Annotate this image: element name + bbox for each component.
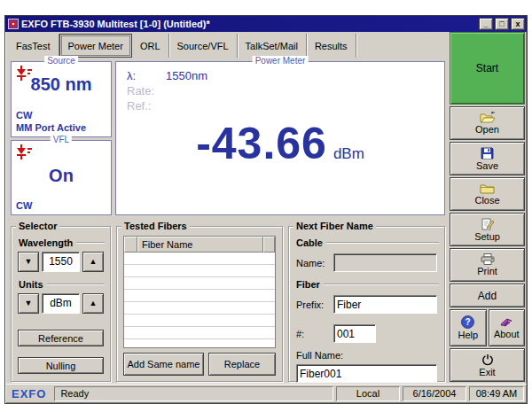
tab-results[interactable]: Results (307, 34, 356, 58)
top-row: Source 850 nm CW MM Port A (11, 61, 445, 215)
full-name-row (296, 364, 437, 383)
next-fiber-name-group: Next Fiber Name Cable Name: Fiber (288, 226, 445, 382)
selector-group: Selector Wavelength ▼ 1550 ▲ Units (11, 226, 111, 382)
save-button[interactable]: Save (450, 142, 525, 175)
replace-button[interactable]: Replace (208, 353, 276, 376)
vfl-panel: VFL On CW (11, 140, 112, 216)
fiber-label-row: Fiber (296, 279, 439, 290)
body-row: FasTest Power Meter ORL Source/VFL TalkS… (5, 32, 527, 384)
setup-button[interactable]: Setup (450, 213, 525, 246)
power-reading-value: -43.66 (196, 118, 327, 169)
wavelength-spinner: ▼ 1550 ▲ (18, 252, 104, 272)
tab-fastest[interactable]: FasTest (8, 34, 59, 58)
source-mode: CW (16, 110, 32, 120)
reference-button[interactable]: Reference (18, 330, 104, 346)
tested-fibers-table[interactable]: Fiber Name (123, 236, 276, 348)
start-button[interactable]: Start (450, 32, 525, 105)
main-area: FasTest Power Meter ORL Source/VFL TalkS… (5, 32, 448, 384)
table-row[interactable] (124, 290, 275, 302)
vfl-state: On (12, 166, 111, 186)
wavelength-down-button[interactable]: ▼ (18, 252, 39, 272)
open-button[interactable]: Open (450, 106, 525, 140)
tab-orl[interactable]: ORL (132, 34, 169, 58)
cable-name-label: Name: (296, 258, 333, 268)
wavelength-up-button[interactable]: ▲ (82, 252, 104, 272)
units-down-button[interactable]: ▼ (18, 293, 39, 314)
status-message: Ready (54, 386, 333, 401)
units-up-button[interactable]: ▲ (82, 293, 104, 314)
app-icon (8, 19, 19, 29)
cable-name-row: Name: (296, 253, 437, 272)
cable-label-row: Cable (296, 237, 439, 248)
tab-bar: FasTest Power Meter ORL Source/VFL TalkS… (5, 32, 448, 58)
closed-folder-icon (480, 183, 495, 194)
prefix-field[interactable] (333, 295, 437, 314)
bottom-row: Selector Wavelength ▼ 1550 ▲ Units (11, 226, 445, 382)
about-button[interactable]: About (489, 309, 526, 346)
title-bar: EXFO FTB-3930 Multitest [1-0] (Untitled)… (5, 16, 527, 32)
source-port-status: MM Port Active (16, 122, 86, 133)
source-panel: Source 850 nm CW MM Port A (11, 61, 112, 137)
next-fiber-name-title: Next Fiber Name (293, 221, 376, 231)
tab-content: Source 850 nm CW MM Port A (5, 58, 448, 384)
help-button[interactable]: ? Help (450, 309, 487, 346)
cable-label: Cable (296, 237, 323, 248)
help-icon: ? (461, 315, 474, 329)
close-button-label: Close (474, 195, 499, 206)
selector-title: Selector (16, 221, 59, 231)
add-same-name-button[interactable]: Add Same name (123, 353, 204, 376)
vfl-panel-title: VFL (51, 135, 72, 144)
divider (326, 242, 439, 244)
setup-button-label: Setup (474, 231, 500, 242)
printer-icon (481, 253, 495, 265)
laser-icon (15, 144, 35, 160)
table-row[interactable] (124, 302, 275, 315)
app-window: EXFO FTB-3930 Multitest [1-0] (Untitled)… (4, 15, 528, 404)
tab-power-meter[interactable]: Power Meter (59, 34, 132, 58)
table-row[interactable] (124, 277, 275, 290)
table-row[interactable] (124, 265, 275, 277)
tested-fibers-buttons: Add Same name Replace (123, 353, 276, 376)
fiber-label: Fiber (296, 279, 320, 290)
tested-fibers-title: Tested Fibers (121, 221, 190, 231)
ref-row: Ref.: (127, 99, 444, 113)
table-row[interactable] (124, 253, 275, 265)
open-folder-icon (480, 112, 496, 123)
close-button-action[interactable]: Close (450, 177, 525, 211)
table-row[interactable] (124, 339, 275, 347)
laser-icon (15, 66, 35, 82)
table-header-row: Fiber Name (124, 237, 275, 253)
divider (324, 284, 439, 285)
source-panel-title: Source (44, 56, 78, 66)
table-header-fiber-name: Fiber Name (137, 237, 263, 253)
power-meter-panel: Power Meter λ: 1550nm Rate: Ref.: -43.6 (115, 61, 445, 215)
full-name-field[interactable] (296, 364, 437, 383)
table-row[interactable] (124, 327, 275, 339)
table-body[interactable] (124, 253, 275, 347)
ref-label: Ref.: (127, 99, 166, 113)
wavelength-value: 1550 (42, 252, 80, 272)
maximize-button[interactable]: □ (495, 18, 509, 30)
prefix-row: Prefix: (296, 295, 437, 314)
exit-button[interactable]: Exit (450, 348, 525, 382)
tab-talkset-mail[interactable]: TalkSet/Mail (238, 34, 307, 58)
power-reading-unit: dBm (333, 145, 364, 163)
table-row[interactable] (124, 315, 275, 327)
close-button[interactable]: x (511, 18, 525, 30)
lambda-label: λ: (127, 69, 166, 82)
open-button-label: Open (475, 124, 499, 135)
minimize-button[interactable]: _ (479, 18, 493, 30)
status-bar: EXFO Ready Local 6/16/2004 08:49 AM (5, 384, 527, 403)
rate-label: Rate: (127, 84, 166, 97)
add-button[interactable]: Add (450, 284, 525, 307)
divider (76, 242, 105, 244)
tab-source-vfl[interactable]: Source/VFL (169, 34, 238, 58)
divider (47, 284, 106, 285)
lambda-value: 1550nm (166, 69, 207, 82)
print-button[interactable]: Print (450, 248, 525, 282)
number-row: #: (296, 324, 437, 343)
units-spinner: ▼ dBm ▲ (18, 293, 104, 314)
fiber-number-field[interactable] (333, 324, 376, 343)
number-label: #: (296, 329, 333, 339)
nulling-button[interactable]: Nulling (18, 357, 104, 374)
